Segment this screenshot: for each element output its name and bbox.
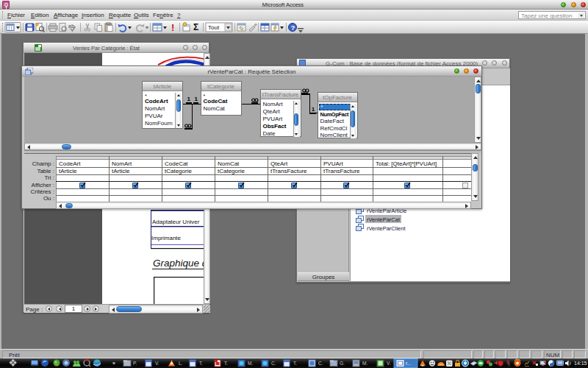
svg-text:14:15: 14:15 [574,361,587,366]
svg-text:T.: T. [224,361,228,366]
svg-text:Tout: Tout [208,24,220,31]
svg-text:r: r [509,363,510,367]
svg-text:G.: G. [340,361,345,366]
svg-text:V.: V. [155,361,159,366]
svg-text:!: ! [171,22,174,33]
svg-text:V.: V. [387,361,391,366]
svg-text:L.: L. [179,361,183,366]
svg-text:M.: M. [362,361,368,366]
svg-text:C.: C. [318,361,323,366]
svg-text:C.: C. [271,361,276,366]
svg-text:P.: P. [133,361,137,366]
svg-text:?: ? [291,24,295,32]
svg-text:r...: r... [406,361,411,366]
svg-text:Σ: Σ [193,22,198,32]
svg-text:T.: T. [199,361,203,366]
svg-text:T.: T. [293,361,297,366]
svg-text:ab: ab [68,24,74,29]
svg-text:Imprimante: Imprimante [151,235,182,241]
svg-text:Graphique de: Graphique de [153,258,204,269]
svg-text:Adaptateur Univer: Adaptateur Univer [152,219,200,225]
svg-text:M.: M. [248,361,253,366]
svg-text:»: » [112,361,115,366]
